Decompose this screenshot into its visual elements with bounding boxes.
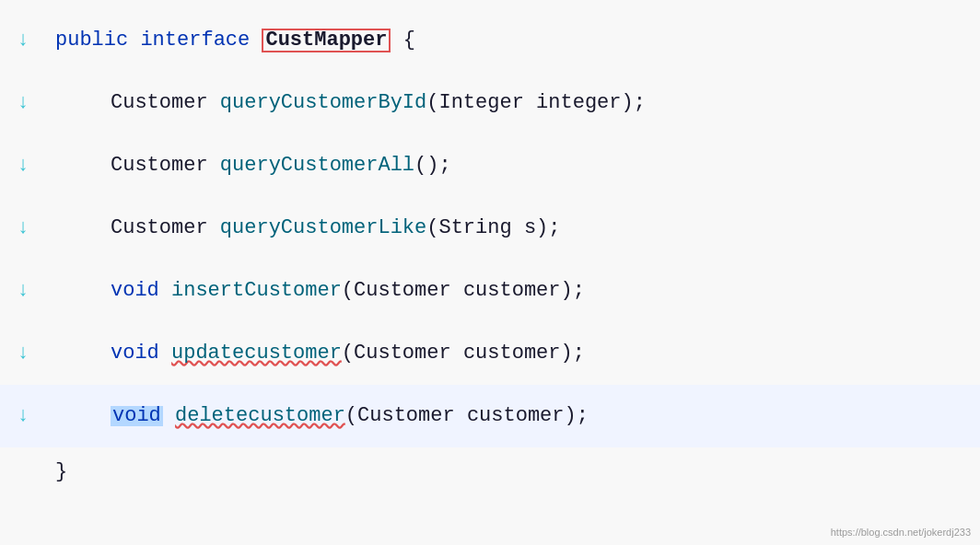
method-insert: insertCustomer [171,281,342,301]
type-customer-2: Customer [111,156,208,176]
code-area: ↓ public interface CustMapper { ↓ Custom… [0,0,980,545]
line-query-by-id: ↓ Customer queryCustomerById(Integer int… [0,72,980,134]
code-line-content-3: Customer queryCustomerAll(); [46,156,980,176]
line-delete: ↓ void deletecustomer(Customer customer)… [0,385,980,447]
void-keyword-highlighted: void [111,406,163,426]
line-query-like: ↓ Customer queryCustomerLike(String s); [0,197,980,260]
type-customer-1: Customer [111,93,208,113]
keyword-interface: interface [140,30,250,51]
code-line-content-1: public interface CustMapper { [46,29,980,52]
arrow-gutter-7: ↓ [0,406,46,426]
arrow-icon-7: ↓ [17,406,29,426]
method-update: updatecustomer [171,343,342,364]
line-closing-brace: } [0,447,980,497]
arrow-icon-6: ↓ [17,343,29,364]
arrow-gutter-4: ↓ [0,218,46,238]
interface-name-box: CustMapper [262,29,391,52]
code-line-content-6: void updatecustomer(Customer customer); [46,343,980,364]
code-line-content-5: void insertCustomer(Customer customer); [46,281,980,301]
line-interface: ↓ public interface CustMapper { [0,9,980,72]
code-line-content-2: Customer queryCustomerById(Integer integ… [46,93,980,113]
keyword-public: public [55,30,128,51]
code-line-content-close: } [46,462,980,482]
line-insert: ↓ void insertCustomer(Customer customer)… [0,260,980,322]
line-update: ↓ void updatecustomer(Customer customer)… [0,322,980,385]
arrow-icon-2: ↓ [17,93,29,113]
arrow-icon-1: ↓ [17,30,29,51]
arrow-gutter-5: ↓ [0,281,46,301]
method-query-like: queryCustomerLike [220,218,426,238]
arrow-gutter-2: ↓ [0,93,46,113]
arrow-gutter-6: ↓ [0,343,46,364]
closing-brace: } [55,462,67,482]
arrow-icon-3: ↓ [17,156,29,176]
arrow-gutter-1: ↓ [0,30,46,51]
keyword-void-2: void [111,343,159,364]
watermark-text: https://blog.csdn.net/jokerdj233 [831,527,971,538]
line-query-all: ↓ Customer queryCustomerAll(); [0,134,980,197]
code-line-content-7: void deletecustomer(Customer customer); [46,406,980,426]
keyword-void-1: void [111,281,159,301]
arrow-icon-5: ↓ [17,281,29,301]
method-query-all: queryCustomerAll [220,156,414,176]
code-line-content-4: Customer queryCustomerLike(String s); [46,218,980,238]
arrow-gutter-3: ↓ [0,156,46,176]
type-customer-3: Customer [111,218,208,238]
method-delete: deletecustomer [175,406,345,426]
code-editor: ↓ public interface CustMapper { ↓ Custom… [0,0,980,545]
method-query-by-id: queryCustomerById [220,93,426,113]
arrow-icon-4: ↓ [17,218,29,238]
